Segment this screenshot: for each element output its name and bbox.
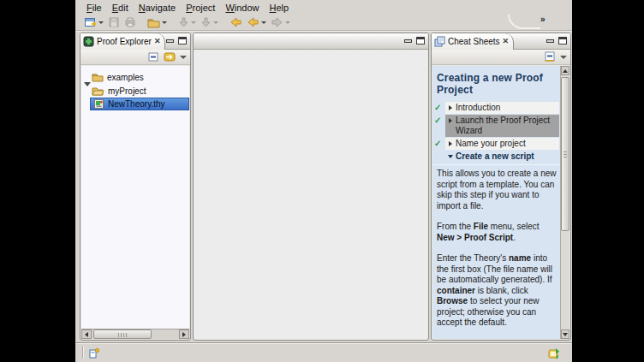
tab-label: Cheat Sheets <box>448 37 500 46</box>
step-label: Launch the Proof Project Wizard <box>456 116 558 136</box>
scrollbar-thumb[interactable] <box>93 329 152 339</box>
folder-closed-icon <box>92 72 104 82</box>
expander-icon[interactable] <box>84 82 91 96</box>
maximize-button[interactable] <box>416 37 425 45</box>
expander-icon[interactable] <box>449 118 452 123</box>
save-icon <box>108 16 120 28</box>
new-folder-icon <box>147 16 160 28</box>
scroll-down-button[interactable] <box>561 329 569 339</box>
scroll-right-button[interactable] <box>179 329 189 339</box>
screen: File Edit Navigate Project Window Help <box>0 0 644 362</box>
toolbar-print-button[interactable] <box>123 15 137 30</box>
tree-item-examples[interactable]: examples <box>81 70 189 84</box>
toolbar-last-edit-button[interactable] <box>229 15 243 30</box>
maximize-button[interactable] <box>558 37 567 45</box>
toolbar-new-folder-button[interactable] <box>146 15 168 30</box>
view-menu-button[interactable] <box>560 56 567 59</box>
toolbar-prev-annotation-button[interactable] <box>177 15 197 30</box>
cheat-step-introduction[interactable]: ✓ Introduction <box>434 102 559 114</box>
right-arrow-icon <box>271 16 283 28</box>
cheat-sheet-title: Creating a new Proof Project <box>432 66 560 102</box>
menu-project[interactable]: Project <box>181 2 220 14</box>
minimize-button[interactable] <box>404 39 412 43</box>
tree-item-label: NewTheory.thy <box>108 99 165 109</box>
editor-content[interactable] <box>194 50 427 339</box>
toolbar-next-annotation-button[interactable] <box>200 15 219 30</box>
paragraph: Press Finish to create your template fil… <box>437 339 557 340</box>
folder-open-icon <box>92 86 104 96</box>
proof-explorer-icon <box>83 36 94 47</box>
down-arrow-icon <box>200 16 212 28</box>
check-icon: ✓ <box>434 115 445 126</box>
cheat-sheet-content: Creating a new Proof Project ✓ Introduct… <box>432 66 560 339</box>
status-bar <box>75 342 572 362</box>
paragraph: This allows you to create a new script f… <box>437 169 557 211</box>
view-menu-button[interactable] <box>180 56 187 59</box>
expander-icon[interactable] <box>448 155 453 158</box>
collapse-all-button[interactable] <box>148 51 159 62</box>
tip-icon[interactable] <box>547 347 560 359</box>
tree-horizontal-scrollbar[interactable] <box>81 329 189 339</box>
new-wizard-icon <box>84 16 97 28</box>
tab-cheat-sheets[interactable]: Cheat Sheets ✕ <box>432 33 514 50</box>
cheat-step-launch-wizard[interactable]: ✓ Launch the Proof Project Wizard <box>434 115 559 137</box>
check-icon: ✓ <box>434 138 445 149</box>
toolbar-save-button[interactable] <box>107 15 121 30</box>
expander-icon[interactable] <box>449 105 452 110</box>
menu-window[interactable]: Window <box>220 2 264 14</box>
cheat-sheets-panel: Cheat Sheets ✕ Creating a new Proof Proj… <box>431 33 571 341</box>
tab-label: Proof Explorer <box>97 37 152 46</box>
editor-tabbar <box>194 33 428 50</box>
chevron-down-icon <box>191 21 196 24</box>
scroll-left-button[interactable] <box>81 329 92 339</box>
trim-icon[interactable] <box>89 347 99 359</box>
toolbar-back-button[interactable] <box>246 15 267 30</box>
tree-item-label: myProject <box>108 86 146 96</box>
cheat-sheet-scrollbar[interactable] <box>560 66 569 339</box>
toolbar-forward-button[interactable] <box>270 15 291 30</box>
toolbar-separator-highlight <box>75 31 572 32</box>
perspective-overflow-chevron[interactable]: » <box>540 15 546 24</box>
close-icon[interactable]: ✕ <box>154 38 161 45</box>
menu-edit[interactable]: Edit <box>107 2 134 14</box>
menubar: File Edit Navigate Project Window Help <box>75 0 572 15</box>
menu-navigate[interactable]: Navigate <box>134 2 181 14</box>
theory-file-icon <box>93 98 104 110</box>
proof-explorer-tabbar: Proof Explorer ✕ <box>80 33 190 50</box>
cheat-step-name-project[interactable]: ✓ Name your project <box>434 138 559 150</box>
step-label: Create a new script <box>456 151 534 162</box>
tab-proof-explorer[interactable]: Proof Explorer ✕ <box>80 33 165 50</box>
minimize-button[interactable] <box>546 39 554 43</box>
chevron-down-icon <box>98 21 104 24</box>
statusbar-sash[interactable] <box>82 347 84 359</box>
collapse-all-button[interactable] <box>545 51 556 62</box>
minimize-button[interactable] <box>166 39 174 43</box>
toolbar-new-button[interactable] <box>83 15 104 30</box>
editor-area <box>193 33 429 341</box>
tree-item-myproject[interactable]: myProject <box>81 84 189 98</box>
chevron-down-icon <box>285 21 290 24</box>
scroll-up-button[interactable] <box>561 66 569 75</box>
cheat-sheets-icon <box>434 36 445 47</box>
close-icon[interactable]: ✕ <box>503 38 510 45</box>
paragraph: From the File menu, select New > Proof S… <box>437 222 557 243</box>
proof-explorer-panel: Proof Explorer ✕ <box>80 33 191 341</box>
menu-file[interactable]: File <box>81 2 107 14</box>
chevron-down-icon <box>162 21 167 24</box>
maximize-button[interactable] <box>178 37 187 45</box>
tree-item-label: examples <box>107 73 144 82</box>
link-editor-button[interactable] <box>164 51 176 62</box>
expander-icon[interactable] <box>449 141 452 146</box>
cheat-sheets-toolbar <box>432 50 570 65</box>
proof-explorer-toolbar <box>80 50 190 65</box>
scrollbar-thumb[interactable] <box>561 77 569 231</box>
cheat-step-create-script[interactable]: Create a new script <box>434 151 559 163</box>
cheat-sheet-instructions: This allows you to create a new script f… <box>432 164 560 339</box>
left-arrow-icon <box>230 16 242 28</box>
chevron-down-icon <box>261 21 266 24</box>
menu-help[interactable]: Help <box>265 2 295 14</box>
cheat-sheet-steps: ✓ Introduction ✓ Launch the Proof Projec… <box>432 102 560 163</box>
check-icon <box>434 151 445 151</box>
tree-item-newtheory[interactable]: NewTheory.thy <box>90 98 189 110</box>
eclipse-window: File Edit Navigate Project Window Help <box>75 0 572 362</box>
